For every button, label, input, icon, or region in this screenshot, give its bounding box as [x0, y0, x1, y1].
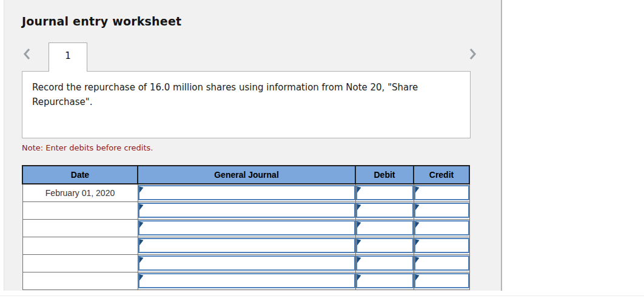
journal-input[interactable] — [138, 203, 355, 218]
debit-input[interactable] — [356, 220, 414, 235]
credit-input[interactable] — [414, 220, 469, 235]
date-cell — [22, 237, 138, 254]
journal-input[interactable] — [138, 273, 355, 288]
date-cell — [22, 272, 138, 289]
note-text: Note: Enter debits before credits. — [22, 143, 153, 152]
journal-entry-worksheet-page: Journal entry worksheet 1 Record the rep… — [0, 0, 644, 301]
journal-entry-table: Date General Journal Debit Credit Februa… — [22, 165, 470, 290]
date-cell — [22, 254, 138, 272]
table-row — [22, 237, 469, 254]
table-row: February 01, 2020 — [22, 184, 469, 201]
table-header-row: Date General Journal Debit Credit — [22, 166, 469, 184]
next-entry-button[interactable] — [467, 46, 479, 62]
debit-input[interactable] — [356, 255, 414, 271]
instruction-box: Record the repurchase of 16.0 million sh… — [22, 71, 471, 138]
chevron-right-icon — [469, 47, 477, 61]
debit-input[interactable] — [356, 203, 414, 218]
page-title: Journal entry worksheet — [22, 15, 181, 28]
tab-1-label: 1 — [65, 50, 71, 61]
journal-input[interactable] — [138, 255, 355, 271]
page-divider — [0, 296, 644, 296]
debit-input[interactable] — [356, 273, 414, 288]
column-header-date: Date — [22, 166, 138, 184]
journal-input[interactable] — [138, 185, 355, 200]
journal-input[interactable] — [138, 220, 355, 235]
credit-input[interactable] — [414, 273, 469, 288]
table-row — [22, 272, 469, 289]
credit-input[interactable] — [414, 185, 469, 200]
instruction-text: Record the repurchase of 16.0 million sh… — [32, 82, 418, 107]
prev-entry-button[interactable] — [21, 46, 33, 62]
date-cell: February 01, 2020 — [22, 184, 138, 201]
tab-1[interactable]: 1 — [49, 42, 87, 72]
date-cell — [22, 201, 138, 219]
debit-input[interactable] — [356, 238, 414, 253]
credit-input[interactable] — [414, 203, 469, 218]
table-row — [22, 219, 469, 237]
chevron-left-icon — [22, 47, 31, 61]
journal-input[interactable] — [138, 238, 355, 253]
credit-input[interactable] — [414, 238, 469, 253]
debit-input[interactable] — [356, 185, 414, 200]
table-row — [22, 254, 469, 272]
credit-input[interactable] — [414, 255, 469, 271]
column-header-credit: Credit — [414, 166, 469, 184]
column-header-debit: Debit — [355, 166, 414, 184]
date-cell — [22, 219, 138, 237]
table-row — [22, 201, 469, 219]
column-header-general-journal: General Journal — [138, 166, 355, 184]
